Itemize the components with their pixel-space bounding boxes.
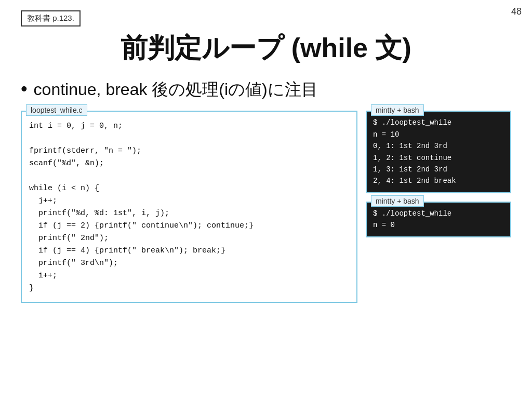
terminal-panels: mintty + bash $ ./looptest_while n = 10 …: [366, 111, 511, 303]
textbook-ref: 教科書 p.123.: [21, 10, 81, 26]
terminal-panel-2-title: mintty + bash: [371, 195, 424, 207]
terminal-panel-2: mintty + bash $ ./looptest_while n = 0: [366, 202, 511, 237]
bullet-item: • continue, break 後の処理(iの値)に注目: [21, 78, 511, 101]
bullet-section: • continue, break 後の処理(iの値)に注目: [21, 78, 511, 101]
bullet-text: continue, break 後の処理(iの値)に注目: [34, 78, 318, 101]
code-content: int i = 0, j = 0, n; fprintf(stderr, "n …: [22, 112, 356, 302]
terminal-content-1: $ ./looptest_while n = 10 0, 1: 1st 2nd …: [367, 112, 510, 192]
slide: 48 教科書 p.123. 前判定ループ (while 文) • continu…: [0, 0, 532, 399]
terminal-content-2: $ ./looptest_while n = 0: [367, 203, 510, 236]
code-panel-title: looptest_while.c: [26, 104, 87, 116]
page-number: 48: [511, 6, 522, 17]
bullet-dot: •: [21, 79, 28, 98]
content-area: looptest_while.c int i = 0, j = 0, n; fp…: [21, 111, 511, 303]
slide-title: 前判定ループ (while 文): [21, 32, 511, 64]
terminal-panel-1-title: mintty + bash: [371, 104, 424, 116]
terminal-panel-1: mintty + bash $ ./looptest_while n = 10 …: [366, 111, 511, 193]
code-panel: looptest_while.c int i = 0, j = 0, n; fp…: [21, 111, 357, 303]
